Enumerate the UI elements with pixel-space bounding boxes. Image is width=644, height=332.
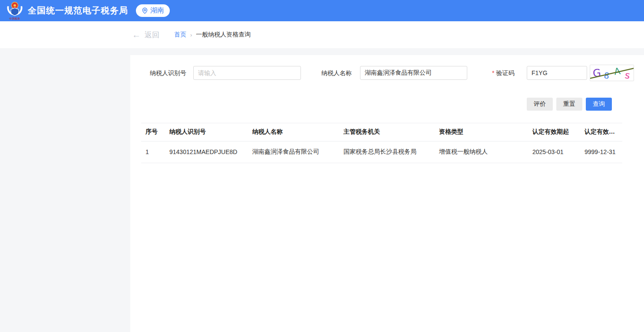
col-header-valid-from: 认定有效期起: [529, 123, 581, 141]
cell-qualification: 增值税一般纳税人: [436, 141, 529, 163]
col-header-qualification: 资格类型: [436, 123, 529, 141]
site-title: 全国统一规范电子税务局: [28, 5, 128, 16]
breadcrumb-home-link[interactable]: 首页: [174, 31, 186, 39]
breadcrumb: ← 返回 首页 › 一般纳税人资格查询: [0, 21, 644, 48]
cell-taxpayer-name: 湖南鑫润泽食品有限公司: [249, 141, 340, 163]
taxpayer-id-label: 纳税人识别号: [150, 66, 186, 80]
col-header-valid-to: 认定有效期止: [581, 123, 622, 141]
col-header-tax-authority: 主管税务机关: [340, 123, 436, 141]
region-label: 湖南: [150, 6, 164, 15]
region-selector[interactable]: 湖南: [136, 4, 170, 17]
col-header-taxpayer-id: 纳税人识别号: [166, 123, 249, 141]
logo-caption: 中国税务: [9, 17, 20, 20]
captcha-letters: G 8 A s: [590, 65, 634, 81]
taxpayer-name-label: 纳税人名称: [321, 66, 352, 80]
main-content: 纳税人识别号 纳税人名称 *验证码 G 8 A s 评价 重置 查询 序号 纳税…: [130, 55, 644, 332]
location-pin-icon: [142, 7, 148, 14]
cell-valid-from: 2025-03-01: [529, 141, 581, 163]
query-button[interactable]: 查询: [586, 98, 612, 111]
results-table: 序号 纳税人识别号 纳税人名称 主管税务机关 资格类型 认定有效期起 认定有效期…: [141, 123, 622, 163]
col-header-index: 序号: [141, 123, 166, 141]
captcha-input[interactable]: [527, 66, 587, 80]
back-button[interactable]: ← 返回: [132, 30, 159, 40]
national-emblem-icon: [7, 1, 23, 17]
col-header-taxpayer-name: 纳税人名称: [249, 123, 340, 141]
captcha-label: *验证码: [492, 66, 514, 80]
back-arrow-icon: ←: [132, 30, 141, 39]
cell-index: 1: [141, 141, 166, 163]
required-mark: *: [492, 69, 494, 76]
cell-taxpayer-id: 91430121MAEDPJUE8D: [166, 141, 249, 163]
reset-button[interactable]: 重置: [556, 98, 582, 111]
cell-tax-authority: 国家税务总局长沙县税务局: [340, 141, 436, 163]
cell-valid-to: 9999-12-31: [581, 141, 622, 163]
top-header-bar: 中国税务 全国统一规范电子税务局 湖南: [0, 0, 644, 21]
table-row: 1 91430121MAEDPJUE8D 湖南鑫润泽食品有限公司 国家税务总局长…: [141, 141, 622, 163]
table-header-row: 序号 纳税人识别号 纳税人名称 主管税务机关 资格类型 认定有效期起 认定有效期…: [141, 123, 622, 141]
taxpayer-id-input[interactable]: [193, 66, 301, 80]
back-label: 返回: [145, 30, 159, 40]
breadcrumb-current-page: 一般纳税人资格查询: [196, 31, 251, 39]
evaluate-button[interactable]: 评价: [527, 98, 553, 111]
captcha-letter-4: s: [624, 69, 631, 81]
breadcrumb-separator-icon: ›: [190, 32, 192, 38]
tax-bureau-logo: 中国税务: [6, 1, 23, 21]
captcha-label-text: 验证码: [496, 69, 514, 76]
taxpayer-name-input[interactable]: [360, 66, 467, 80]
captcha-image[interactable]: G 8 A s: [590, 65, 634, 81]
